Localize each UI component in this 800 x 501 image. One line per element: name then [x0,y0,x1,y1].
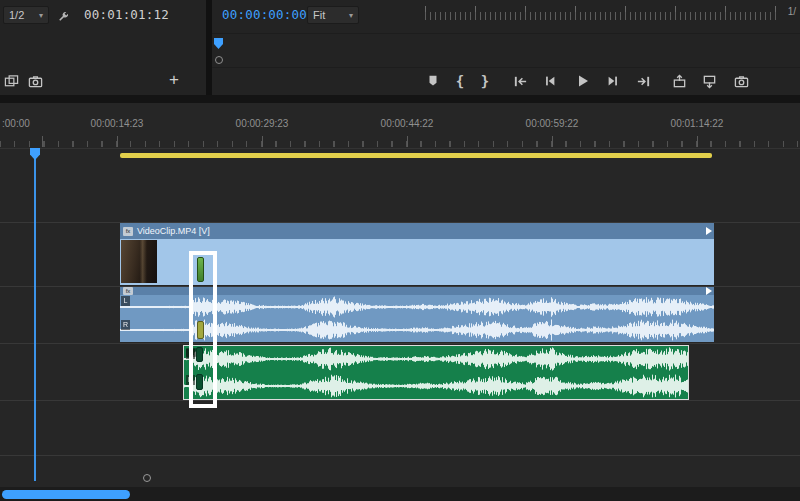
ruler-minor-ticks [0,141,800,147]
playhead-line[interactable] [34,148,36,481]
channel-left-badge: L [121,296,130,306]
row-divider [212,33,800,34]
program-timecode[interactable]: 00:00:00:00 [222,7,307,22]
clip-corner-arrow-icon [706,227,712,235]
ruler-label: 00:00:59:22 [526,118,579,129]
wrench-icon [57,10,70,23]
track-divider [0,455,800,456]
annotation-highlight-rectangle [189,251,217,408]
fx-badge: fx [123,287,133,295]
chevron-down-icon: ▾ [39,11,43,20]
work-area-bar[interactable] [120,153,712,158]
time-ruler[interactable]: :00:0000:00:14:2300:00:29:2300:00:44:220… [0,118,800,131]
chevron-down-icon: ▾ [349,11,353,20]
timeline-panel: :00:0000:00:14:2300:00:29:2300:00:44:220… [0,103,800,501]
ruler-label: 00:00:44:22 [381,118,434,129]
source-zoom-value: 1/2 [9,9,24,21]
source-zoom-select[interactable]: 1/2 ▾ [3,6,49,24]
lift-icon [672,74,687,89]
camera-icon [734,74,749,89]
button-editor-add-button[interactable]: + [164,70,184,90]
video-clip-title: VideoClip.MP4 [V] [137,226,210,236]
row-divider [212,67,800,68]
go-to-in-icon [513,74,528,89]
step-forward-icon [606,74,620,88]
audio-clip-green[interactable]: fx L R [183,345,689,400]
navigator-playhead[interactable] [214,38,223,49]
step-back-button[interactable] [541,72,559,90]
fx-badge: fx [123,227,133,236]
horizontal-scrollbar[interactable] [2,490,130,499]
ruler-minor-ticks [425,12,780,20]
go-to-out-icon [636,74,651,89]
clip-corner-arrow-icon [706,287,712,295]
navigator-scroll-handle[interactable] [215,56,223,64]
export-frame-button[interactable] [26,72,44,90]
go-to-in-button[interactable] [511,72,529,90]
video-thumbnail [121,240,157,283]
play-button[interactable] [573,71,593,91]
lift-button[interactable] [670,72,688,90]
ruler-label: 00:00:14:23 [91,118,144,129]
waveform-canvas [184,346,688,399]
step-back-icon [543,74,557,88]
settings-wrench-button[interactable] [54,7,72,25]
video-clip-header: fx VideoClip.MP4 [V] [120,223,714,239]
extract-icon [702,74,717,89]
bottom-scrollbar-track [0,487,800,501]
time-ruler-ticks [0,136,800,147]
premiere-timeline-app: 1/2 ▾ 00:01:01:12 + 00:00:00:00 [0,0,800,501]
scrollbar-handle-dot[interactable] [143,474,151,482]
mark-out-button[interactable]: } [476,72,494,90]
channel-right-badge: R [121,320,130,330]
ruler-label: 00:01:14:22 [671,118,724,129]
track-divider [0,400,800,401]
source-timecode: 00:01:01:12 [84,7,169,22]
program-panel: 00:00:00:00 Fit ▾ 1/ { } [212,0,800,95]
ruler-label: :00:00 [2,118,30,129]
stacked-frames-button[interactable] [2,72,20,90]
export-frame-button[interactable] [732,72,750,90]
extract-button[interactable] [700,72,718,90]
ruler-label: 00:00:29:23 [236,118,289,129]
program-mini-ruler[interactable]: 1/ [425,5,796,20]
panel-divider-horizontal [0,95,800,103]
zoom-fraction-indicator: 1/ [785,6,796,17]
track-divider [0,343,800,344]
play-icon [575,73,591,89]
fit-zoom-value: Fit [313,9,325,21]
step-forward-button[interactable] [604,72,622,90]
playhead-handle[interactable] [30,148,40,160]
mark-in-button[interactable]: { [451,72,469,90]
stacked-frames-icon [4,74,19,89]
go-to-out-button[interactable] [634,72,652,90]
add-marker-button[interactable] [424,72,442,90]
ruler-separator [0,148,800,149]
camera-icon [28,74,43,89]
marker-flag-icon [426,74,440,88]
source-panel: 1/2 ▾ 00:01:01:12 + [0,0,206,95]
fit-zoom-select[interactable]: Fit ▾ [307,6,359,24]
